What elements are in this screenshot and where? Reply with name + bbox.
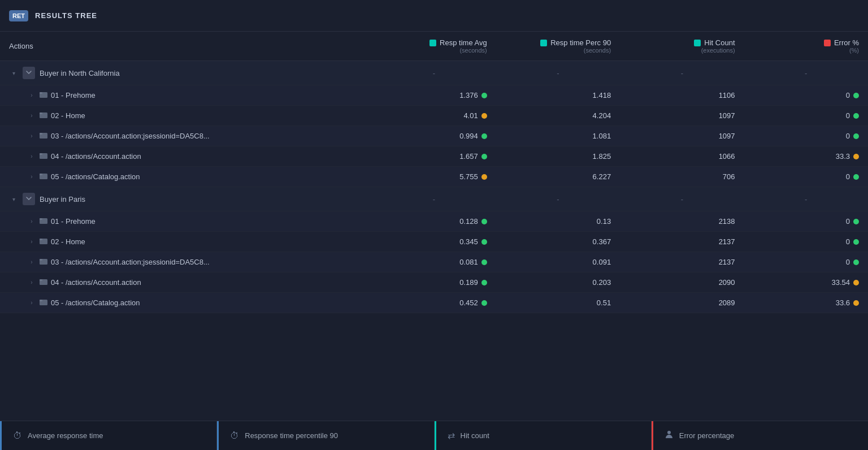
resp-p90-cell: 4.204 bbox=[496, 106, 620, 126]
error-pct-cell: 33.3 bbox=[744, 146, 868, 167]
hit-count-cell: 1097 bbox=[620, 106, 744, 126]
action-name-cell: › 05 - /actions/Catalog.action bbox=[0, 167, 372, 187]
resp-avg-cell: 0.452 bbox=[372, 293, 496, 313]
table-row: › 05 - /actions/Catalog.action 0.452 bbox=[0, 293, 868, 313]
group-error-pct: - bbox=[744, 61, 868, 85]
group-name: Buyer in North California bbox=[40, 69, 120, 77]
svg-rect-21 bbox=[40, 300, 42, 301]
resp-avg-cell: 0.081 bbox=[372, 252, 496, 272]
hit-count-cell: 2137 bbox=[620, 232, 744, 252]
action-label: 01 - Prehome bbox=[51, 91, 96, 99]
error-dot bbox=[853, 259, 859, 265]
error-dot bbox=[853, 219, 859, 224]
group-name: Buyer in Paris bbox=[40, 195, 85, 204]
clock-icon-avg: ⏱ bbox=[13, 431, 22, 441]
action-name-cell: › 02 - Home bbox=[0, 106, 372, 126]
footer-label-hit: Hit count bbox=[461, 431, 489, 440]
svg-rect-10 bbox=[40, 174, 42, 175]
footer-bar: ⏱ Average response time ⏱ Response time … bbox=[0, 421, 868, 450]
row-expand-btn[interactable]: › bbox=[27, 133, 36, 139]
resp-avg-dot bbox=[481, 300, 487, 306]
clock-icon-p90: ⏱ bbox=[230, 431, 239, 441]
row-expand-btn[interactable]: › bbox=[27, 153, 36, 159]
action-name-cell: › 04 - /actions/Account.action bbox=[0, 272, 372, 293]
table-row: › 05 - /actions/Catalog.action 5.755 bbox=[0, 167, 868, 187]
footer-item-error[interactable]: Error percentage bbox=[652, 421, 868, 450]
teal-dot-hit bbox=[694, 40, 701, 46]
table-row: › 03 - /actions/Account.action;jsessioni… bbox=[0, 252, 868, 272]
error-dot bbox=[853, 239, 859, 245]
error-pct-cell: 0 bbox=[744, 126, 868, 146]
folder-icon bbox=[40, 298, 47, 308]
folder-icon bbox=[40, 131, 47, 141]
group-name-cell: ▾ Buyer in North California bbox=[0, 61, 372, 85]
folder-icon bbox=[40, 172, 47, 181]
action-label: 02 - Home bbox=[51, 111, 85, 120]
resp-avg-cell: 0.345 bbox=[372, 232, 496, 252]
error-pct-cell: 0 bbox=[744, 167, 868, 187]
hit-count-cell: 1097 bbox=[620, 126, 744, 146]
error-dot bbox=[853, 93, 859, 98]
resp-avg-cell: 4.01 bbox=[372, 106, 496, 126]
group-hit-count: - bbox=[620, 187, 744, 211]
hit-count-cell: 1066 bbox=[620, 146, 744, 167]
resp-p90-cell: 0.51 bbox=[496, 293, 620, 313]
col-header-resp-avg: Resp time Avg (seconds) bbox=[372, 32, 496, 61]
resp-p90-cell: 0.091 bbox=[496, 252, 620, 272]
teal-dot-p90 bbox=[540, 40, 547, 46]
action-label: 01 - Prehome bbox=[51, 217, 96, 226]
row-expand-btn[interactable]: › bbox=[27, 259, 36, 265]
resp-avg-dot bbox=[481, 113, 487, 119]
table-row: › 01 - Prehome 0.128 bbox=[0, 211, 868, 232]
resp-avg-dot bbox=[481, 219, 487, 224]
group-icon bbox=[23, 193, 35, 205]
footer-label-error: Error percentage bbox=[679, 431, 735, 440]
hit-count-cell: 2138 bbox=[620, 211, 744, 232]
arrows-icon-hit: ⇄ bbox=[448, 430, 455, 441]
error-pct-cell: 33.54 bbox=[744, 272, 868, 293]
person-icon-error bbox=[665, 430, 674, 442]
row-expand-btn[interactable]: › bbox=[27, 92, 36, 98]
row-expand-btn[interactable]: › bbox=[27, 174, 36, 180]
group-collapse-btn[interactable]: ▾ bbox=[9, 196, 18, 202]
col-header-error: Error % (%) bbox=[744, 32, 868, 61]
resp-avg-cell: 0.994 bbox=[372, 126, 496, 146]
svg-rect-15 bbox=[40, 239, 42, 240]
footer-item-p90[interactable]: ⏱ Response time percentile 90 bbox=[217, 421, 434, 450]
col-header-hit-count: Hit Count (executions) bbox=[620, 32, 744, 61]
footer-item-avg[interactable]: ⏱ Average response time bbox=[0, 421, 217, 450]
group-row[interactable]: ▾ Buyer in Paris - - - - bbox=[0, 187, 868, 211]
row-expand-btn[interactable]: › bbox=[27, 300, 36, 306]
folder-icon bbox=[40, 90, 47, 100]
group-hit-count: - bbox=[620, 61, 744, 85]
table-row: › 03 - /actions/Account.action;jsessioni… bbox=[0, 126, 868, 146]
action-label: 02 - Home bbox=[51, 237, 85, 246]
svg-rect-2 bbox=[40, 92, 42, 94]
resp-avg-cell: 1.376 bbox=[372, 85, 496, 106]
resp-avg-cell: 0.189 bbox=[372, 272, 496, 293]
col-header-actions: Actions bbox=[0, 32, 372, 61]
footer-item-hit[interactable]: ⇄ Hit count bbox=[435, 421, 652, 450]
row-expand-btn[interactable]: › bbox=[27, 218, 36, 224]
svg-rect-19 bbox=[40, 279, 42, 281]
results-table: Actions Resp time Avg (seconds) bbox=[0, 32, 868, 313]
resp-p90-cell: 1.825 bbox=[496, 146, 620, 167]
row-expand-btn[interactable]: › bbox=[27, 239, 36, 245]
folder-icon bbox=[40, 152, 47, 161]
resp-p90-cell: 0.203 bbox=[496, 272, 620, 293]
group-resp-avg: - bbox=[372, 187, 496, 211]
svg-rect-6 bbox=[40, 133, 42, 135]
group-icon bbox=[23, 67, 35, 79]
resp-avg-cell: 0.128 bbox=[372, 211, 496, 232]
group-row[interactable]: ▾ Buyer in North California - - - - bbox=[0, 61, 868, 85]
svg-rect-8 bbox=[40, 153, 42, 155]
group-resp-avg: - bbox=[372, 61, 496, 85]
error-pct-cell: 0 bbox=[744, 232, 868, 252]
group-collapse-btn[interactable]: ▾ bbox=[9, 70, 18, 76]
resp-avg-cell: 5.755 bbox=[372, 167, 496, 187]
row-expand-btn[interactable]: › bbox=[27, 279, 36, 285]
svg-rect-4 bbox=[40, 112, 42, 114]
row-expand-btn[interactable]: › bbox=[27, 112, 36, 119]
resp-avg-cell: 1.657 bbox=[372, 146, 496, 167]
error-dot bbox=[853, 133, 859, 139]
